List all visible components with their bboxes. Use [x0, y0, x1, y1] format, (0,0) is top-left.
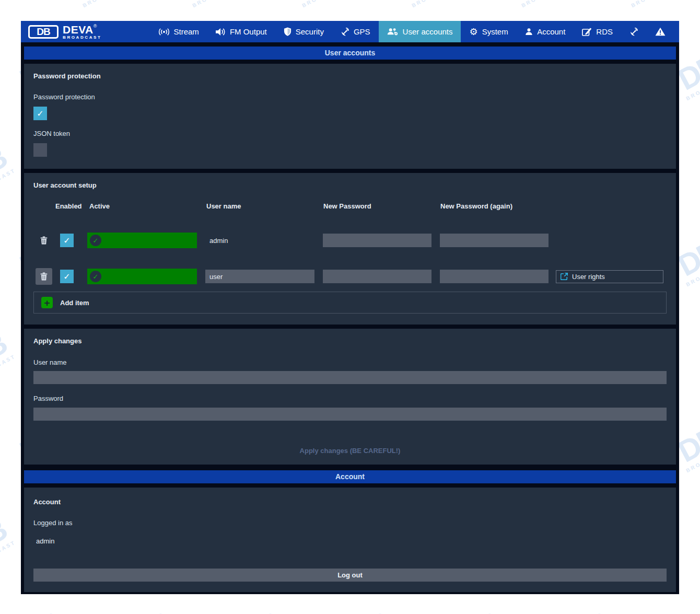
- deva-watermark: DBBROADCAST: [122, 606, 181, 614]
- apply-changes-button[interactable]: Apply changes (BE CAREFUL!): [33, 443, 667, 458]
- user-rights-button[interactable]: User rights: [556, 270, 663, 283]
- deva-brand-text: DEVA: [63, 24, 94, 36]
- delete-user-button[interactable]: [36, 232, 52, 249]
- deva-watermark: DBBROADCAST: [0, 0, 17, 8]
- check-icon: ✓: [37, 109, 43, 119]
- deva-logo: DB DEVA® BROADCAST: [21, 21, 109, 42]
- plus-icon: +: [41, 297, 53, 308]
- apply-user-name-label: User name: [33, 358, 67, 366]
- apply-password-input[interactable]: [33, 408, 667, 421]
- external-link-icon: [561, 273, 568, 280]
- deva-logo-mark: DB: [28, 25, 59, 39]
- active-check-icon: ✓: [90, 235, 101, 246]
- logged-in-as-label: Logged in as: [33, 519, 72, 527]
- apply-changes-panel: Apply changes User name Password Apply c…: [24, 329, 676, 465]
- deva-watermark: DBBROADCAST: [561, 606, 620, 614]
- json-token-label: JSON token: [33, 130, 70, 137]
- enabled-checkbox[interactable]: ✓: [60, 270, 74, 283]
- shield-icon: [284, 27, 291, 36]
- deva-watermark: DBBROADCAST: [13, 606, 72, 614]
- warning-triangle-icon: [655, 27, 666, 36]
- user-row-user: ✓ ✓ User rights: [24, 268, 676, 285]
- new-password-again-input[interactable]: [440, 234, 549, 247]
- top-navbar: DB DEVA® BROADCAST Stream FM Output: [21, 21, 679, 42]
- deva-watermark: DBBROADCAST: [671, 606, 700, 614]
- account-panel: Account Logged in as admin Log out: [24, 488, 676, 592]
- nav-right: Account RDS: [517, 21, 679, 42]
- nav-label-user-accounts: User accounts: [403, 27, 453, 36]
- nav-item-security[interactable]: Security: [275, 21, 332, 42]
- trash-icon: [40, 272, 48, 281]
- password-protection-panel: Password protection Password protection …: [24, 64, 676, 169]
- user-row-admin: ✓ ✓ admin: [24, 232, 676, 249]
- user-name-text: admin: [205, 237, 314, 245]
- nav-item-stream[interactable]: Stream: [150, 21, 207, 42]
- deva-watermark: DBBROADCAST: [177, 0, 236, 8]
- satellite-status-icon-button[interactable]: [621, 21, 647, 42]
- deva-watermark: DBBROADCAST: [232, 606, 291, 614]
- nav-item-gps[interactable]: GPS: [332, 21, 379, 42]
- panel-title: Password protection: [33, 72, 101, 80]
- broadcast-text: BROADCAST: [63, 36, 102, 40]
- app-window: DB DEVA® BROADCAST Stream FM Output: [21, 21, 679, 594]
- nav-label-fm-output: FM Output: [230, 27, 267, 36]
- log-out-button[interactable]: Log out: [33, 569, 667, 582]
- nav-label-system: System: [482, 27, 508, 36]
- nav-label-gps: GPS: [354, 27, 370, 36]
- nav-item-system[interactable]: ⚙ System: [461, 21, 516, 42]
- apply-user-name-input[interactable]: [33, 371, 667, 384]
- speaker-icon: [216, 28, 226, 36]
- column-header-new-password: New Password: [323, 202, 371, 210]
- nav-label-account: Account: [537, 27, 565, 36]
- add-item-button[interactable]: + Add item: [33, 292, 667, 314]
- new-password-again-input[interactable]: [440, 270, 549, 283]
- person-icon: [525, 28, 533, 36]
- active-check-icon: ✓: [90, 271, 101, 282]
- deva-watermark: DBBROADCAST: [287, 0, 346, 8]
- panel-title: Apply changes: [33, 337, 81, 345]
- user-name-input[interactable]: [205, 270, 314, 283]
- user-rights-label: User rights: [572, 273, 605, 281]
- nav-label-security: Security: [296, 27, 324, 36]
- column-header-user-name: User name: [206, 202, 241, 210]
- password-protection-label: Password protection: [33, 93, 95, 101]
- deva-watermark: DBBROADCAST: [616, 0, 675, 8]
- deva-watermark: DBBROADCAST: [342, 606, 401, 614]
- deva-watermark: DBBROADCAST: [0, 327, 17, 381]
- warning-status-icon-button[interactable]: [647, 21, 674, 42]
- new-password-input[interactable]: [323, 234, 431, 247]
- logged-in-user-value: admin: [36, 537, 54, 545]
- nav-item-fm-output[interactable]: FM Output: [207, 21, 275, 42]
- registered-mark: ®: [94, 24, 97, 29]
- nav-item-user-accounts[interactable]: User accounts: [379, 21, 461, 42]
- trash-icon: [40, 236, 48, 245]
- add-item-label: Add item: [60, 299, 89, 307]
- page-header-bar: User accounts: [24, 47, 676, 60]
- nav-label-rds: RDS: [596, 27, 613, 36]
- column-header-enabled: Enabled: [55, 202, 82, 210]
- new-password-input[interactable]: [323, 270, 431, 283]
- nav-items: Stream FM Output Security GPS: [150, 21, 517, 42]
- satellite-dish-icon: [629, 27, 638, 36]
- password-protection-checkbox[interactable]: ✓: [33, 107, 47, 120]
- panel-title: Account: [33, 498, 61, 506]
- apply-password-label: Password: [33, 395, 63, 402]
- enabled-checkbox[interactable]: ✓: [60, 234, 74, 247]
- panel-title: User account setup: [33, 181, 97, 189]
- users-gear-icon: [387, 27, 399, 36]
- nav-item-account[interactable]: Account: [517, 21, 574, 42]
- deva-watermark: DBBROADCAST: [0, 513, 17, 567]
- deva-watermark: DBBROADCAST: [67, 0, 126, 8]
- json-token-checkbox[interactable]: ✓: [33, 143, 47, 157]
- nav-item-rds[interactable]: RDS: [574, 21, 621, 42]
- satellite-dish-icon: [341, 27, 349, 36]
- column-header-active: Active: [89, 202, 110, 210]
- broadcast-icon: [158, 28, 170, 36]
- deva-watermark: DBBROADCAST: [0, 141, 17, 195]
- account-header-bar: Account: [24, 470, 676, 483]
- column-header-new-password-again: New Password (again): [440, 202, 512, 210]
- delete-user-button[interactable]: [36, 268, 52, 285]
- check-icon: ✓: [63, 236, 70, 246]
- gear-icon: ⚙: [469, 27, 477, 37]
- edit-icon: [582, 28, 592, 36]
